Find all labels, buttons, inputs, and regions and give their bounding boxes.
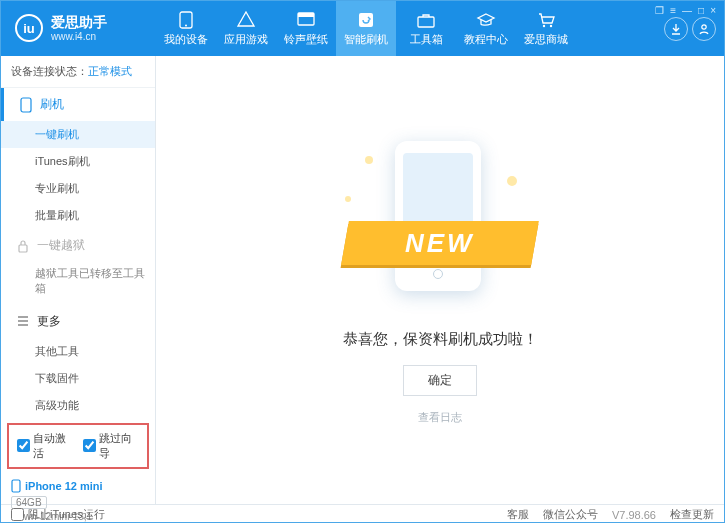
nav-label: 我的设备: [164, 32, 208, 47]
sidebar-item-pro-flash[interactable]: 专业刷机: [1, 175, 155, 202]
nav-label: 工具箱: [410, 32, 443, 47]
new-ribbon: NEW: [341, 221, 539, 265]
spark-icon: [507, 176, 517, 186]
phone-outline-icon: [18, 97, 34, 113]
nav-label: 铃声壁纸: [284, 32, 328, 47]
win-menu-btn[interactable]: ≡: [670, 5, 676, 16]
section-flash[interactable]: 刷机: [1, 88, 155, 121]
device-name-text: iPhone 12 mini: [25, 480, 103, 492]
footer-check-update[interactable]: 检查更新: [670, 507, 714, 522]
nav-apps[interactable]: 应用游戏: [216, 1, 276, 56]
window-small-controls: ❐ ≡ — □ ×: [655, 5, 716, 17]
nav-ringtones[interactable]: 铃声壁纸: [276, 1, 336, 56]
sidebar-item-download-fw[interactable]: 下载固件: [1, 365, 155, 392]
cart-icon: [536, 11, 556, 29]
sidebar-item-itunes-flash[interactable]: iTunes刷机: [1, 148, 155, 175]
flash-icon: [356, 11, 376, 29]
checkbox-label: 自动激活: [33, 431, 73, 461]
nav-smart-flash[interactable]: 智能刷机: [336, 1, 396, 56]
spark-icon: [365, 156, 373, 164]
block-itunes-input[interactable]: [11, 508, 24, 521]
win-close-btn[interactable]: ×: [710, 5, 716, 16]
svg-point-6: [543, 24, 545, 26]
svg-rect-5: [418, 17, 434, 27]
titlebar: iu 爱思助手 www.i4.cn 我的设备 应用游戏 铃声壁纸 智能刷机 工具…: [1, 1, 724, 56]
nav-label: 应用游戏: [224, 32, 268, 47]
win-max-btn[interactable]: □: [698, 5, 704, 16]
sidebar-item-batch-flash[interactable]: 批量刷机: [1, 202, 155, 229]
skip-guide-input[interactable]: [83, 439, 96, 452]
checkbox-auto-activate[interactable]: 自动激活: [17, 431, 73, 461]
nav-label: 教程中心: [464, 32, 508, 47]
success-illustration: NEW: [335, 136, 545, 306]
section-title: 一键越狱: [37, 237, 85, 254]
sidebar-item-oneclick[interactable]: 一键刷机: [1, 121, 155, 148]
sidebar-item-advanced[interactable]: 高级功能: [1, 392, 155, 419]
main-panel: NEW 恭喜您，保资料刷机成功啦！ 确定 查看日志: [156, 56, 724, 504]
main-nav: 我的设备 应用游戏 铃声壁纸 智能刷机 工具箱 教程中心 爱思商城: [156, 1, 664, 56]
phone-illustration: [395, 141, 481, 291]
success-message: 恭喜您，保资料刷机成功啦！: [343, 330, 538, 349]
nav-my-device[interactable]: 我的设备: [156, 1, 216, 56]
brand: iu 爱思助手 www.i4.cn: [1, 14, 156, 43]
nav-label: 智能刷机: [344, 32, 388, 47]
device-icon: [11, 479, 21, 493]
svg-point-1: [185, 24, 187, 26]
svg-rect-4: [359, 13, 373, 27]
app-title: 爱思助手: [51, 14, 107, 31]
footer-wechat[interactable]: 微信公众号: [543, 507, 598, 522]
section-jailbreak[interactable]: 一键越狱: [1, 229, 155, 262]
nav-store[interactable]: 爱思商城: [516, 1, 576, 56]
flash-options: 自动激活 跳过向导: [7, 423, 149, 469]
ribbon-text: NEW: [405, 227, 475, 258]
wallpaper-icon: [296, 11, 316, 29]
checkbox-label: 跳过向导: [99, 431, 139, 461]
spark-icon: [345, 196, 351, 202]
graduation-icon: [476, 11, 496, 29]
win-min-btn[interactable]: —: [682, 5, 692, 16]
download-button[interactable]: [664, 17, 688, 41]
sidebar-item-other-tools[interactable]: 其他工具: [1, 338, 155, 365]
view-log-link[interactable]: 查看日志: [418, 410, 462, 425]
user-button[interactable]: [692, 17, 716, 41]
footer-service[interactable]: 客服: [507, 507, 529, 522]
lock-icon: [15, 239, 31, 253]
svg-point-7: [550, 24, 552, 26]
checkbox-block-itunes[interactable]: 阻止iTunes运行: [11, 507, 105, 522]
conn-mode: 正常模式: [88, 65, 132, 77]
checkbox-skip-guide[interactable]: 跳过向导: [83, 431, 139, 461]
toolbox-icon: [416, 11, 436, 29]
svg-point-8: [702, 24, 706, 28]
section-title: 刷机: [40, 96, 64, 113]
confirm-button[interactable]: 确定: [403, 365, 477, 396]
nav-toolbox[interactable]: 工具箱: [396, 1, 456, 56]
svg-rect-3: [298, 13, 314, 17]
sidebar: 设备连接状态：正常模式 刷机 一键刷机 iTunes刷机 专业刷机 批量刷机 一…: [1, 56, 156, 504]
section-more[interactable]: 更多: [1, 305, 155, 338]
conn-label: 设备连接状态：: [11, 65, 88, 77]
checkbox-label: 阻止iTunes运行: [28, 507, 105, 522]
nav-tutorials[interactable]: 教程中心: [456, 1, 516, 56]
app-logo-icon: iu: [15, 14, 43, 42]
svg-rect-11: [12, 480, 20, 492]
menu-icon: [15, 315, 31, 327]
svg-rect-10: [19, 245, 27, 252]
nav-label: 爱思商城: [524, 32, 568, 47]
jailbreak-note: 越狱工具已转移至工具箱: [1, 262, 155, 305]
connection-status: 设备连接状态：正常模式: [1, 56, 155, 88]
titlebar-right: [664, 17, 724, 41]
home-button-icon: [433, 269, 443, 279]
apps-icon: [236, 11, 256, 29]
phone-icon: [176, 11, 196, 29]
svg-rect-9: [21, 98, 31, 112]
section-title: 更多: [37, 313, 61, 330]
device-name: iPhone 12 mini: [11, 479, 145, 493]
auto-activate-input[interactable]: [17, 439, 30, 452]
app-subtitle: www.i4.cn: [51, 31, 107, 43]
footer-version: V7.98.66: [612, 509, 656, 521]
win-skin-btn[interactable]: ❐: [655, 5, 664, 16]
